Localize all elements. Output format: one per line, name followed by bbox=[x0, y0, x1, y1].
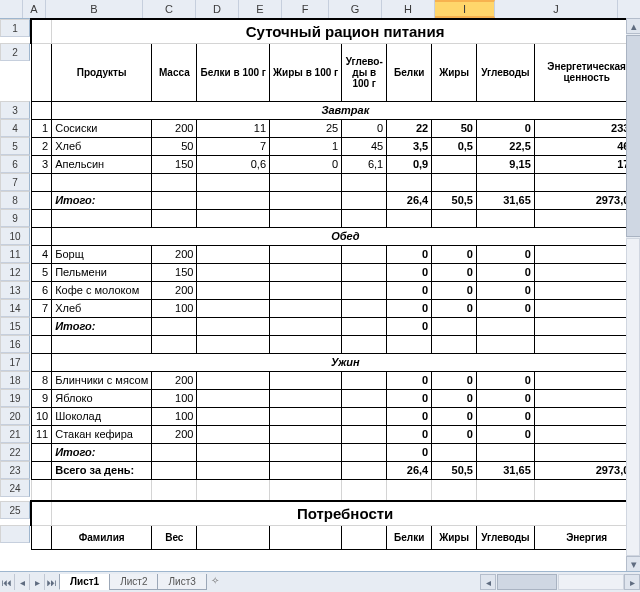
hdr-e: Энергетическая ценность bbox=[534, 43, 639, 101]
section-lunch: Обед bbox=[52, 227, 639, 245]
scroll-thumb[interactable] bbox=[497, 574, 557, 590]
col-D[interactable]: D bbox=[196, 0, 239, 18]
hdr-p100: Белки в 100 г bbox=[197, 43, 270, 101]
row-header[interactable]: 14 bbox=[0, 299, 30, 317]
col-F[interactable]: F bbox=[282, 0, 329, 18]
col-H[interactable]: H bbox=[382, 0, 435, 18]
tab-prev-icon[interactable]: ◂ bbox=[15, 574, 30, 590]
col-E[interactable]: E bbox=[239, 0, 282, 18]
scroll-left-icon[interactable]: ◂ bbox=[480, 574, 496, 590]
row-header[interactable]: 19 bbox=[0, 389, 30, 407]
hdr-product: Продукты bbox=[52, 43, 152, 101]
sheet-tab-bar: ⏮ ◂ ▸ ⏭ Лист1 Лист2 Лист3 ✧ ◂ ▸ bbox=[0, 571, 640, 592]
row-header[interactable]: 9 bbox=[0, 209, 30, 227]
column-header-row: A B C D E F G H I J bbox=[0, 0, 640, 19]
tab-last-icon[interactable]: ⏭ bbox=[45, 574, 60, 590]
row-header[interactable]: 3 bbox=[0, 101, 30, 119]
row-header[interactable]: 16 bbox=[0, 335, 30, 353]
row-header[interactable]: 12 bbox=[0, 263, 30, 281]
breakfast-total-label: Итого: bbox=[52, 191, 152, 209]
new-sheet-icon[interactable]: ✧ bbox=[211, 575, 225, 589]
day-total-label: Всего за день: bbox=[52, 461, 152, 479]
col-C[interactable]: C bbox=[143, 0, 196, 18]
worksheet-grid[interactable]: 1 Суточный рацион питания 2 Продукты Мас… bbox=[0, 18, 640, 572]
row-header[interactable]: 1 bbox=[0, 19, 30, 37]
dinner-total-label: Итого: bbox=[52, 443, 152, 461]
row-header[interactable]: 22 bbox=[0, 443, 30, 461]
sheet-tab[interactable]: Лист3 bbox=[157, 574, 206, 590]
row-header[interactable]: 7 bbox=[0, 173, 30, 191]
cell-product[interactable]: Сосиски bbox=[52, 119, 152, 137]
col-B[interactable]: B bbox=[46, 0, 143, 18]
tab-first-icon[interactable]: ⏮ bbox=[0, 574, 15, 590]
sheet-tab[interactable]: Лист2 bbox=[109, 574, 158, 590]
scroll-up-icon[interactable]: ▴ bbox=[626, 18, 640, 34]
row-header[interactable]: 4 bbox=[0, 119, 30, 137]
scroll-thumb[interactable] bbox=[626, 35, 640, 237]
tab-next-icon[interactable]: ▸ bbox=[30, 574, 45, 590]
row-header[interactable]: 10 bbox=[0, 227, 30, 245]
row-header[interactable]: 23 bbox=[0, 461, 30, 479]
row-header[interactable]: 24 bbox=[0, 479, 30, 497]
horizontal-scrollbar[interactable]: ◂ ▸ bbox=[480, 574, 640, 590]
row-header[interactable]: 13 bbox=[0, 281, 30, 299]
sheet-tab[interactable]: Лист1 bbox=[59, 574, 110, 590]
row-header[interactable] bbox=[0, 525, 30, 543]
hdr-p: Белки bbox=[387, 43, 432, 101]
hdr-f100: Жиры в 100 г bbox=[270, 43, 342, 101]
hdr-c: Углеводы bbox=[476, 43, 534, 101]
scroll-down-icon[interactable]: ▾ bbox=[626, 556, 640, 572]
row-header[interactable]: 5 bbox=[0, 137, 30, 155]
lunch-total-label: Итого: bbox=[52, 317, 152, 335]
row-header[interactable]: 21 bbox=[0, 425, 30, 443]
needs-title: Потребности bbox=[52, 501, 639, 525]
section-breakfast: Завтрак bbox=[52, 101, 639, 119]
row-header[interactable]: 20 bbox=[0, 407, 30, 425]
hdr-f: Жиры bbox=[432, 43, 477, 101]
row-header[interactable]: 8 bbox=[0, 191, 30, 209]
scroll-right-icon[interactable]: ▸ bbox=[624, 574, 640, 590]
col-I[interactable]: I bbox=[435, 0, 495, 18]
col-J[interactable]: J bbox=[495, 0, 618, 18]
section-dinner: Ужин bbox=[52, 353, 639, 371]
hdr-mass: Масса bbox=[152, 43, 197, 101]
row-header[interactable]: 6 bbox=[0, 155, 30, 173]
row-header[interactable]: 11 bbox=[0, 245, 30, 263]
row-header[interactable]: 2 bbox=[0, 43, 30, 61]
col-A[interactable]: A bbox=[23, 0, 46, 18]
hdr-c100: Углево-ды в 100 г bbox=[342, 43, 387, 101]
col-G[interactable]: G bbox=[329, 0, 382, 18]
row-header[interactable]: 17 bbox=[0, 353, 30, 371]
row-header[interactable]: 18 bbox=[0, 371, 30, 389]
select-all-corner[interactable] bbox=[0, 0, 23, 18]
row-header[interactable]: 25 bbox=[0, 501, 30, 519]
title: Суточный рацион питания bbox=[52, 19, 639, 43]
vertical-scrollbar[interactable]: ▴ ▾ bbox=[626, 18, 640, 572]
row-header[interactable]: 15 bbox=[0, 317, 30, 335]
